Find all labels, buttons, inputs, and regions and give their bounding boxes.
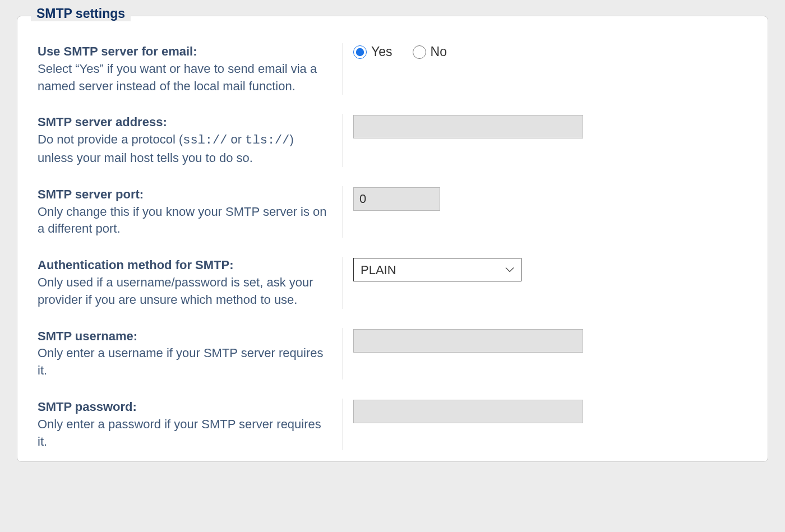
row-smtp-port: SMTP server port: Only change this if yo… <box>38 186 747 238</box>
smtp-auth-select[interactable]: PLAIN <box>353 258 521 281</box>
row-use-smtp: Use SMTP server for email: Select “Yes” … <box>38 43 747 95</box>
smtp-username-input[interactable] <box>353 329 583 353</box>
desc-part: or <box>227 132 245 146</box>
label-desc: Do not provide a protocol (ssl:// or tls… <box>38 132 294 165</box>
radio-label-text: Yes <box>371 44 392 59</box>
row-smtp-username: SMTP username: Only enter a username if … <box>38 328 747 380</box>
use-smtp-no-radio[interactable] <box>413 45 426 59</box>
label-desc: Only enter a password if your SMTP serve… <box>38 417 321 448</box>
smtp-password-input[interactable] <box>353 400 583 423</box>
smtp-settings-fieldset: SMTP settings Use SMTP server for email:… <box>17 16 768 462</box>
input-col-use-smtp: Yes No <box>343 43 447 95</box>
radio-label-text: No <box>431 44 447 59</box>
use-smtp-no-label[interactable]: No <box>413 44 447 59</box>
input-col-smtp-username <box>343 328 583 380</box>
label-smtp-port: SMTP server port: Only change this if yo… <box>38 186 343 238</box>
label-title: SMTP password: <box>38 400 137 414</box>
label-smtp-password: SMTP password: Only enter a password if … <box>38 399 343 450</box>
smtp-port-input[interactable] <box>353 187 440 211</box>
use-smtp-yes-radio[interactable] <box>353 45 367 59</box>
input-col-smtp-address <box>343 114 583 166</box>
label-smtp-username: SMTP username: Only enter a username if … <box>38 328 343 380</box>
label-desc: Only enter a username if your SMTP serve… <box>38 346 323 377</box>
use-smtp-yes-label[interactable]: Yes <box>353 44 392 59</box>
input-col-smtp-password <box>343 399 583 450</box>
fieldset-legend: SMTP settings <box>31 6 131 21</box>
proto-ssl: ssl:// <box>183 133 227 147</box>
label-title: SMTP username: <box>38 329 137 343</box>
smtp-address-input[interactable] <box>353 115 583 138</box>
label-title: SMTP server address: <box>38 115 167 129</box>
desc-part: Do not provide a protocol ( <box>38 132 183 146</box>
input-col-smtp-port <box>343 186 440 238</box>
proto-tls: tls:// <box>245 133 289 147</box>
row-smtp-auth: Authentication method for SMTP: Only use… <box>38 257 747 308</box>
label-title: Use SMTP server for email: <box>38 44 197 58</box>
input-col-smtp-auth: PLAIN <box>343 257 521 308</box>
label-use-smtp: Use SMTP server for email: Select “Yes” … <box>38 43 343 95</box>
row-smtp-password: SMTP password: Only enter a password if … <box>38 399 747 450</box>
label-smtp-auth: Authentication method for SMTP: Only use… <box>38 257 343 308</box>
label-title: SMTP server port: <box>38 187 144 201</box>
label-title: Authentication method for SMTP: <box>38 258 234 272</box>
auth-select-wrap: PLAIN <box>353 258 521 281</box>
row-smtp-address: SMTP server address: Do not provide a pr… <box>38 114 747 166</box>
label-smtp-address: SMTP server address: Do not provide a pr… <box>38 114 343 166</box>
label-desc: Only change this if you know your SMTP s… <box>38 205 327 236</box>
use-smtp-radio-group: Yes No <box>353 44 447 59</box>
label-desc: Only used if a username/password is set,… <box>38 275 313 307</box>
label-desc: Select “Yes” if you want or have to send… <box>38 62 317 93</box>
